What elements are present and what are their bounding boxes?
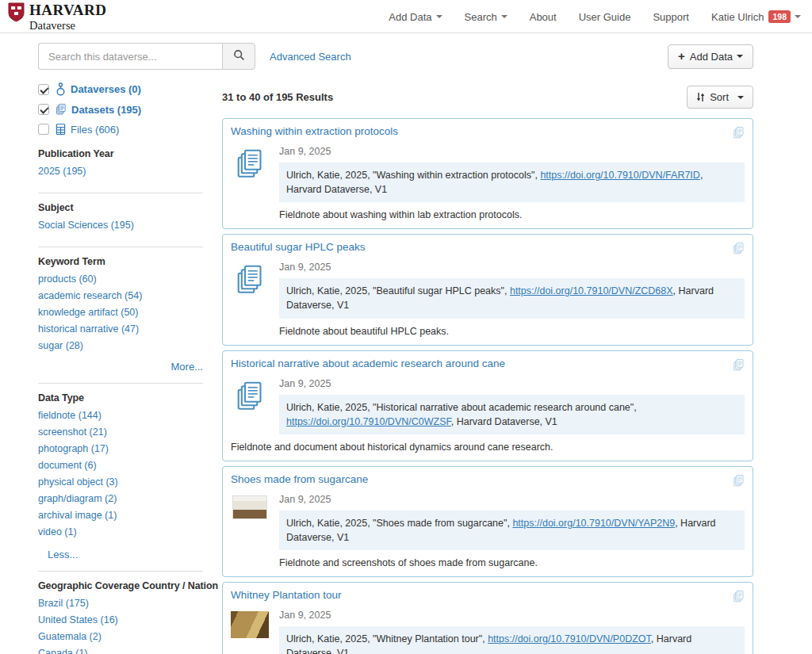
- search-group: [38, 43, 255, 70]
- nav-item-search[interactable]: Search: [465, 11, 508, 23]
- navbar-links: Add DataSearchAboutUser GuideSupportKati…: [389, 0, 801, 33]
- result-citation: Ulrich, Katie, 2025, "Shoes made from su…: [279, 511, 745, 550]
- doi-link[interactable]: https://doi.org/10.7910/DVN/FAR7ID: [540, 170, 700, 181]
- nav-item-add-data[interactable]: Add Data: [389, 11, 442, 23]
- plus-icon: +: [678, 52, 685, 60]
- type-filter-datasets: Datasets (195): [38, 103, 203, 116]
- facet-item-archival-image-1[interactable]: archival image (1): [38, 510, 203, 521]
- type-filter-label[interactable]: Dataverses (0): [71, 83, 141, 95]
- nav-item-label: User Guide: [579, 11, 631, 23]
- result-card: Beautiful sugar HPLC peaks Jan 9, 2025Ul…: [222, 234, 753, 345]
- doi-link[interactable]: https://doi.org/10.7910/DVN/P0DZOT: [488, 633, 651, 644]
- facet-item-united-states-16[interactable]: United States (16): [38, 614, 203, 625]
- sort-label: Sort: [710, 91, 729, 103]
- facet-item-screenshot-21[interactable]: screenshot (21): [38, 426, 203, 438]
- facet-less-link[interactable]: Less...: [38, 549, 203, 560]
- nav-item-support[interactable]: Support: [653, 11, 689, 23]
- type-filter-label[interactable]: Datasets (195): [71, 104, 141, 116]
- results-list: Washing within extraction protocols Jan …: [222, 118, 753, 654]
- facet-item-document-6[interactable]: document (6): [38, 460, 203, 471]
- citation-text: Ulrich, Katie, 2025, "Beautiful sugar HP…: [286, 285, 510, 296]
- advanced-search-link[interactable]: Advanced Search: [270, 51, 351, 63]
- facet-title: Geographic Coverage Country / Nation: [38, 580, 203, 591]
- checkbox-dataverses[interactable]: [38, 84, 49, 95]
- facet-item-academic-research-54[interactable]: academic research (54): [38, 290, 203, 301]
- type-filter-dataverses: Dataverses (0): [38, 82, 203, 96]
- facet-item-knowledge-artifact-50[interactable]: knowledge artifact (50): [38, 307, 203, 318]
- doi-link[interactable]: https://doi.org/10.7910/DVN/C0WZSF: [286, 416, 451, 427]
- facet-item-sugar-28[interactable]: sugar (28): [38, 340, 203, 351]
- nav-item-about[interactable]: About: [530, 11, 557, 23]
- dataverse-icon: [56, 82, 66, 96]
- result-title-link[interactable]: Washing within extraction protocols: [231, 125, 398, 137]
- sort-arrows-icon: [696, 92, 705, 102]
- result-description: Fieldnote about washing within lab extra…: [279, 209, 745, 220]
- doi-link[interactable]: https://doi.org/10.7910/DVN/YAP2N9: [512, 518, 675, 529]
- results-panel: 31 to 40 of 195 Results Sort Washing wit…: [222, 82, 753, 654]
- type-filter-label[interactable]: Files (606): [71, 124, 119, 136]
- facet-item-social-sciences-195[interactable]: Social Sciences (195): [38, 220, 203, 231]
- facet-item-guatemala-2[interactable]: Guatemala (2): [38, 631, 203, 642]
- dataset-type-icon: [733, 358, 745, 375]
- facet-item-products-60[interactable]: products (60): [38, 273, 203, 285]
- facet-more-link[interactable]: More...: [38, 361, 203, 373]
- facet-title: Subject: [38, 202, 203, 213]
- facet-item-canada-1[interactable]: Canada (1): [38, 648, 203, 654]
- sort-button[interactable]: Sort: [687, 86, 753, 109]
- caret-down-icon: [737, 55, 743, 58]
- shoes-thumbnail[interactable]: [232, 495, 267, 519]
- result-title-link[interactable]: Historical narrative about academic rese…: [231, 358, 505, 369]
- nav-item-label: Add Data: [389, 11, 431, 23]
- facet-item-video-1[interactable]: video (1): [38, 526, 203, 537]
- facet-publication-year: Publication Year2025 (195): [38, 148, 203, 193]
- result-card: Shoes made from sugarcane Jan 9, 2025Ulr…: [222, 466, 753, 577]
- result-card: Historical narrative about academic rese…: [222, 350, 753, 461]
- result-description: Fieldnote about beautiful HPLC peaks.: [279, 326, 745, 337]
- search-row: Advanced Search + Add Data: [38, 43, 753, 70]
- facet-item-fieldnote-144[interactable]: fieldnote (144): [38, 410, 203, 421]
- sign-thumbnail[interactable]: [231, 611, 269, 638]
- facet-item-historical-narrative-47[interactable]: historical narrative (47): [38, 323, 203, 335]
- search-button[interactable]: [222, 43, 255, 70]
- facet-item-2025-195[interactable]: 2025 (195): [38, 166, 203, 177]
- result-date: Jan 9, 2025: [279, 146, 745, 157]
- doi-link[interactable]: https://doi.org/10.7910/DVN/ZCD68X: [510, 285, 673, 296]
- checkbox-datasets[interactable]: [38, 104, 49, 115]
- dataset-icon: [56, 103, 67, 116]
- facet-subject: SubjectSocial Sciences (195): [38, 193, 203, 247]
- result-citation: Ulrich, Katie, 2025, "Beautiful sugar HP…: [279, 278, 745, 318]
- result-date: Jan 9, 2025: [279, 610, 745, 621]
- facet-item-physical-object-3[interactable]: physical object (3): [38, 476, 203, 488]
- citation-text: Ulrich, Katie, 2025, "Whitney Plantation…: [286, 633, 488, 644]
- harvard-dataverse-logo[interactable]: HARVARD Dataverse: [8, 0, 107, 33]
- caret-down-icon: [436, 15, 442, 18]
- caret-down-icon: [501, 15, 508, 18]
- facet-title: Keyword Term: [38, 256, 203, 267]
- result-title-link[interactable]: Shoes made from sugarcane: [231, 473, 368, 485]
- nav-item-katie-ulrich[interactable]: Katie Ulrich198: [711, 10, 801, 23]
- top-navbar: HARVARD Dataverse Add DataSearchAboutUse…: [0, 0, 812, 33]
- add-data-label: Add Data: [690, 51, 733, 63]
- notification-badge: 198: [768, 10, 791, 23]
- facet-sidebar: Dataverses (0) Datasets (195) Files (606…: [38, 82, 203, 654]
- dataset-type-icon: [733, 474, 745, 491]
- facet-item-brazil-175[interactable]: Brazil (175): [38, 598, 203, 609]
- facet-geographic-coverage-country-nation: Geographic Coverage Country / NationBraz…: [38, 571, 203, 654]
- search-input[interactable]: [38, 43, 222, 70]
- result-title-link[interactable]: Whitney Plantation tour: [231, 589, 342, 601]
- facet-item-graph-diagram-2[interactable]: graph/diagram (2): [38, 493, 203, 504]
- nav-item-label: About: [530, 11, 557, 23]
- result-title-link[interactable]: Beautiful sugar HPLC peaks: [231, 241, 366, 253]
- dataset-type-icon: [733, 126, 745, 143]
- citation-text: Ulrich, Katie, 2025, "Historical narrati…: [286, 402, 637, 413]
- add-data-button[interactable]: + Add Data: [668, 44, 753, 69]
- result-citation: Ulrich, Katie, 2025, "Whitney Plantation…: [279, 626, 745, 654]
- facet-item-photograph-17[interactable]: photograph (17): [38, 443, 203, 454]
- brand-text: HARVARD Dataverse: [29, 2, 107, 32]
- result-date: Jan 9, 2025: [279, 378, 745, 389]
- results-count: 31 to 40 of 195 Results: [222, 91, 333, 103]
- search-icon: [233, 49, 245, 63]
- nav-item-user-guide[interactable]: User Guide: [579, 11, 631, 23]
- facet-title: Publication Year: [38, 148, 203, 159]
- checkbox-files[interactable]: [38, 124, 49, 135]
